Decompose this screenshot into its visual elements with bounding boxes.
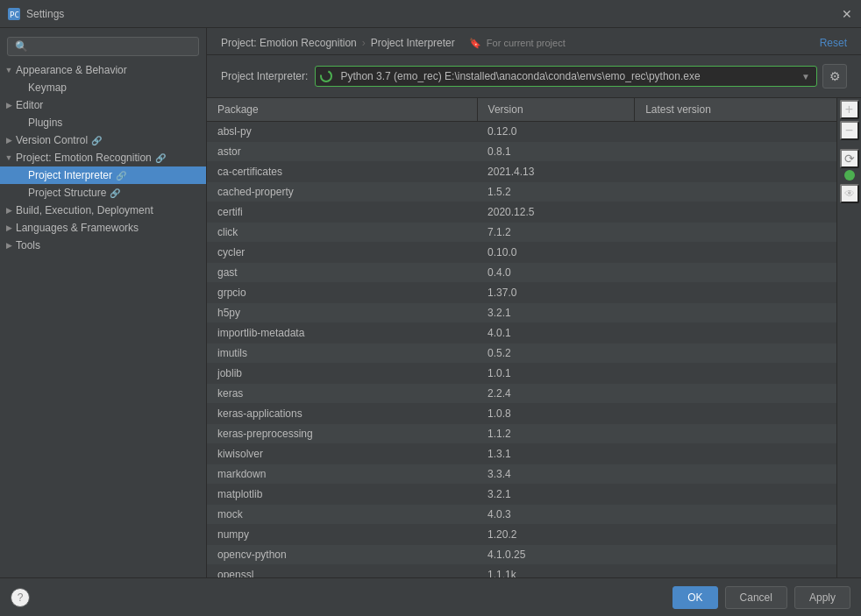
sidebar-item-label: Version Control (16, 134, 88, 146)
table-row[interactable]: joblib1.0.1 (207, 364, 836, 384)
package-name: opencv-python (207, 545, 477, 565)
package-version: 1.20.2 (477, 525, 635, 545)
package-name: astor (207, 142, 477, 162)
package-version: 1.0.1 (477, 364, 635, 384)
ok-button[interactable]: OK (672, 586, 717, 609)
package-name: ca-certificates (207, 162, 477, 182)
svg-text:PC: PC (10, 11, 19, 19)
package-version: 3.2.1 (477, 485, 635, 505)
table-row[interactable]: astor0.8.1 (207, 142, 836, 162)
package-table-wrapper: Package Version Latest version absl-py0.… (207, 98, 836, 577)
info-icon: 🔖 (469, 38, 481, 48)
interpreter-badge-icon: 🔗 (116, 171, 126, 181)
help-button[interactable]: ? (11, 588, 30, 607)
package-latest-version (635, 364, 836, 384)
sidebar-item-build[interactable]: ▶ Build, Execution, Deployment (0, 202, 206, 219)
breadcrumb-project[interactable]: Project: Emotion Recognition (221, 37, 357, 49)
table-row[interactable]: ca-certificates2021.4.13 (207, 162, 836, 182)
package-version: 0.12.0 (477, 122, 635, 142)
close-button[interactable]: ✕ (840, 7, 854, 21)
bottom-left: ? (11, 588, 30, 607)
package-latest-version (635, 545, 836, 565)
package-version: 1.1.2 (477, 424, 635, 444)
reset-button[interactable]: Reset (820, 37, 847, 49)
gear-icon: ⚙ (829, 69, 841, 83)
package-version: 2.2.4 (477, 384, 635, 404)
sidebar-item-languages[interactable]: ▶ Languages & Frameworks (0, 219, 206, 237)
table-row[interactable]: cached-property1.5.2 (207, 182, 836, 202)
bottom-right: OK Cancel Apply (672, 586, 850, 609)
sidebar-item-keymap[interactable]: Keymap (0, 79, 206, 96)
spinner-icon: ⟳ (844, 152, 855, 166)
table-row[interactable]: numpy1.20.2 (207, 525, 836, 545)
package-name: joblib (207, 364, 477, 384)
table-row[interactable]: openssl1.1.1k (207, 565, 836, 578)
package-latest-version (635, 223, 836, 243)
status-dot-green (844, 170, 855, 181)
table-row[interactable]: opencv-python4.1.0.25 (207, 545, 836, 565)
interpreter-select[interactable]: Python 3.7 (emo_rec) E:\installed\anacon… (315, 66, 817, 87)
table-row[interactable]: importlib-metadata4.0.1 (207, 323, 836, 343)
table-row[interactable]: keras2.2.4 (207, 384, 836, 404)
table-row[interactable]: grpcio1.37.0 (207, 283, 836, 303)
package-name: mock (207, 505, 477, 525)
package-latest-version (635, 424, 836, 444)
sidebar-item-appearance[interactable]: ▼ Appearance & Behavior (0, 61, 206, 79)
package-name: absl-py (207, 122, 477, 142)
table-row[interactable]: click7.1.2 (207, 223, 836, 243)
sidebar-item-project[interactable]: ▼ Project: Emotion Recognition 🔗 (0, 149, 206, 166)
table-row[interactable]: h5py3.2.1 (207, 303, 836, 323)
package-version: 0.10.0 (477, 243, 635, 263)
visibility-button[interactable]: 👁 (840, 184, 859, 203)
package-latest-version (635, 162, 836, 182)
sidebar-item-label: Editor (16, 99, 43, 111)
window-title: Settings (26, 8, 840, 20)
package-name: cached-property (207, 182, 477, 202)
package-area: Package Version Latest version absl-py0.… (207, 98, 861, 577)
package-latest-version (635, 525, 836, 545)
question-mark-icon: ? (18, 591, 24, 604)
table-row[interactable]: absl-py0.12.0 (207, 122, 836, 142)
scroll-indicators: ⟳ 👁 (840, 149, 859, 205)
package-version: 4.1.0.25 (477, 545, 635, 565)
package-name: kiwisolver (207, 444, 477, 464)
sidebar-item-label: Build, Execution, Deployment (16, 204, 153, 216)
interpreter-settings-button[interactable]: ⚙ (822, 64, 847, 89)
search-input[interactable] (7, 37, 199, 56)
sidebar-item-label: Tools (16, 239, 40, 251)
table-row[interactable]: matplotlib3.2.1 (207, 485, 836, 505)
table-row[interactable]: kiwisolver1.3.1 (207, 444, 836, 464)
sidebar-item-project-structure[interactable]: Project Structure 🔗 (0, 184, 206, 202)
sidebar-item-version-control[interactable]: ▶ Version Control 🔗 (0, 131, 206, 149)
table-row[interactable]: certifi2020.12.5 (207, 202, 836, 223)
table-row[interactable]: keras-preprocessing1.1.2 (207, 424, 836, 444)
sidebar-item-label: Languages & Frameworks (16, 222, 139, 234)
app-icon: PC (7, 7, 21, 21)
table-row[interactable]: cycler0.10.0 (207, 243, 836, 263)
table-row[interactable]: imutils0.5.2 (207, 343, 836, 364)
table-row[interactable]: gast0.4.0 (207, 263, 836, 283)
sidebar-item-project-interpreter[interactable]: Project Interpreter 🔗 (0, 166, 206, 184)
interpreter-status-icon (320, 70, 332, 82)
sidebar-item-label: Appearance & Behavior (16, 64, 127, 76)
sidebar-item-plugins[interactable]: Plugins (0, 114, 206, 131)
package-latest-version (635, 283, 836, 303)
package-name: keras-applications (207, 404, 477, 424)
arrow-down-icon: ▼ (4, 152, 14, 163)
package-name: numpy (207, 525, 477, 545)
apply-button[interactable]: Apply (794, 586, 850, 609)
cancel-button[interactable]: Cancel (725, 586, 787, 609)
table-row[interactable]: markdown3.3.4 (207, 464, 836, 485)
remove-package-button[interactable]: − (840, 121, 859, 140)
package-name: h5py (207, 303, 477, 323)
breadcrumb-page: Project Interpreter (371, 37, 455, 49)
add-package-button[interactable]: + (840, 100, 859, 119)
sidebar-item-editor[interactable]: ▶ Editor (0, 96, 206, 114)
minus-icon: − (845, 123, 853, 138)
table-header-row: Package Version Latest version (207, 98, 836, 122)
sidebar-item-tools[interactable]: ▶ Tools (0, 237, 206, 254)
table-row[interactable]: mock4.0.3 (207, 505, 836, 525)
table-row[interactable]: keras-applications1.0.8 (207, 404, 836, 424)
package-version: 0.4.0 (477, 263, 635, 283)
package-name: gast (207, 263, 477, 283)
